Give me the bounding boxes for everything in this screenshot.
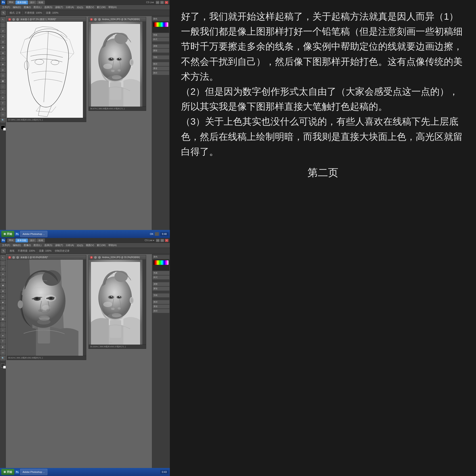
taskbar-ps-app-top[interactable]: Adobe Photoshop ... [20, 231, 47, 237]
minimize-btn-top[interactable]: — [156, 1, 159, 4]
tool-gradient[interactable]: ▦ [0, 78, 5, 83]
doc-max-sketch-top[interactable] [16, 18, 19, 21]
panel-styles[interactable]: 样式 [153, 37, 169, 42]
doc-min-painting-bottom[interactable] [12, 256, 15, 259]
panel-masks[interactable]: 蒙版 [153, 49, 169, 53]
close-btn-top[interactable]: ✕ [165, 1, 168, 4]
start-button-top[interactable]: ⊞ 开始 [1, 231, 14, 237]
panel-nav-b[interactable]: 导航 [153, 293, 170, 297]
tool-select[interactable]: ⬚ [0, 23, 5, 28]
tool-select-b[interactable]: ⬚ [0, 261, 5, 266]
menu-filter-top[interactable]: 滤镜(T) [54, 5, 64, 9]
doc-max-painting-bottom[interactable] [16, 256, 19, 259]
tab-basic-bottom[interactable]: 基本功能 [16, 238, 28, 242]
doc-min-sketch-top[interactable] [12, 18, 15, 21]
tool-shape-b[interactable]: ▭ [0, 350, 5, 355]
tool-blur[interactable]: ◌ [0, 84, 5, 89]
doc-max-ref-bottom[interactable] [98, 256, 101, 259]
menu-window-top[interactable]: 窗口(W) [96, 5, 107, 9]
fg-color-b[interactable] [1, 364, 5, 368]
tool-stamp[interactable]: ◈ [0, 62, 5, 67]
menu-3d-bottom[interactable]: 3D(D) [76, 244, 84, 247]
menu-view-top[interactable]: 视图(V) [85, 5, 95, 9]
menu-3d-top[interactable]: 3D(D) [76, 6, 84, 9]
tool-path-b[interactable]: ⬖ [0, 344, 5, 349]
tool-crop[interactable]: ⊡ [0, 39, 5, 44]
minimize-btn-bottom[interactable]: — [156, 239, 160, 242]
panel-styles-b[interactable]: 样式 [153, 275, 170, 280]
doc-max-ref-top[interactable] [98, 18, 101, 21]
tool-shape[interactable]: ▭ [0, 112, 5, 117]
tool-crop-b[interactable]: ⊡ [0, 277, 5, 282]
tool-type[interactable]: T [0, 101, 5, 106]
tab-design-top[interactable]: 设计 [28, 0, 36, 4]
menu-layer-top[interactable]: 图层(L) [33, 5, 42, 9]
start-button-bottom[interactable]: ⊞ 开始 [1, 469, 14, 475]
panel-adjust-b[interactable]: 调整 [153, 282, 170, 286]
tool-dodge-b[interactable]: ○ [0, 328, 5, 333]
tool-path[interactable]: ⬖ [0, 106, 5, 111]
doc-close-painting-bottom[interactable]: ✕ [8, 256, 11, 259]
tool-brush[interactable]: ✏ [0, 56, 5, 61]
menu-analyze-bottom[interactable]: 分析(A) [65, 243, 75, 247]
close-btn-bottom[interactable]: ✕ [165, 239, 169, 242]
menu-select-top[interactable]: 选择(S) [43, 5, 54, 9]
tool-wand[interactable]: ✦ [0, 34, 5, 39]
tool-gradient-b[interactable]: ▦ [0, 316, 5, 321]
panel-swatches-b[interactable]: 色板 [153, 271, 170, 275]
taskbar-ps-app-bottom[interactable]: Adobe Photoshop ... [20, 469, 47, 475]
tool-pen-b[interactable]: ✒ [0, 333, 5, 338]
tab-mne-top[interactable]: Mne [7, 0, 15, 4]
doc-close-ref-top[interactable]: ✕ [90, 18, 93, 21]
tool-eraser[interactable]: ◻ [0, 73, 5, 78]
menu-view-bottom[interactable]: 视图(V) [85, 243, 95, 247]
tab-paint-top[interactable]: 绘画 [37, 0, 45, 4]
tab-mne-bottom[interactable]: Mne [7, 238, 15, 242]
panel-nav[interactable]: 导航 [153, 55, 169, 59]
doc-close-sketch-top[interactable]: ✕ [8, 18, 11, 21]
menu-file-bottom[interactable]: 文件(F) [1, 243, 11, 247]
menu-select-bottom[interactable]: 选择(S) [43, 243, 54, 247]
tool-lasso-b[interactable]: ⌀ [0, 266, 5, 271]
menu-edit-bottom[interactable]: 编辑(E) [12, 243, 22, 247]
tool-heal[interactable]: ⊕ [0, 51, 5, 55]
panel-masks-b[interactable]: 蒙版 [153, 287, 170, 291]
menu-file-top[interactable]: 文件(F) [1, 5, 11, 9]
brush-tool-icon[interactable]: ✎ [1, 11, 6, 15]
fg-color[interactable] [1, 126, 5, 130]
menu-image-top[interactable]: 图像(I) [23, 5, 32, 9]
menu-window-bottom[interactable]: 窗口(W) [96, 243, 107, 247]
tool-history-b[interactable]: ◎ [0, 305, 5, 310]
tool-wand-b[interactable]: ✦ [0, 272, 5, 277]
menu-analyze-top[interactable]: 分析(A) [65, 5, 75, 9]
panel-layers[interactable]: 图层 [153, 62, 169, 66]
menu-help-bottom[interactable]: 帮助(H) [107, 243, 118, 247]
doc-min-ref-top[interactable] [94, 18, 97, 21]
menu-help-top[interactable]: 帮助(H) [107, 5, 118, 9]
tool-eyedropper[interactable]: ✚ [0, 45, 5, 50]
panel-channels[interactable]: 通道 [153, 67, 169, 71]
tool-lasso[interactable]: ⌀ [0, 28, 5, 33]
tool-eyedropper-b[interactable]: ✚ [0, 283, 5, 288]
tool-brush-b[interactable]: ✏ [0, 294, 5, 299]
panel-adjust[interactable]: 调整 [153, 44, 169, 48]
panel-paths-b[interactable]: 路径 [153, 309, 170, 313]
menu-edit-top[interactable]: 编辑(E) [12, 5, 22, 9]
tab-paint-bottom[interactable]: 绘画 [37, 238, 45, 242]
tool-zoom-b[interactable]: 🔍 [0, 356, 5, 360]
tool-move[interactable]: ↖ [0, 17, 5, 22]
restore-btn-bottom[interactable]: □ [160, 239, 164, 242]
panel-paths[interactable]: 路径 [153, 71, 169, 75]
panel-channels-b[interactable]: 通道 [153, 305, 170, 309]
tool-stamp-b[interactable]: ◈ [0, 300, 5, 305]
panel-swatches[interactable]: 色板 [153, 33, 169, 37]
tool-move-b[interactable]: ↖ [0, 255, 5, 260]
menu-layer-bottom[interactable]: 图层(L) [33, 243, 42, 247]
panel-color-b[interactable]: 颜色 [153, 255, 170, 259]
tab-basic-top[interactable]: 基本功能 [16, 0, 28, 4]
tool-history[interactable]: ◎ [0, 67, 5, 72]
tool-type-b[interactable]: T [0, 339, 5, 344]
tab-design-bottom[interactable]: 设计 [28, 238, 36, 242]
tool-eraser-b[interactable]: ◻ [0, 311, 5, 316]
doc-close-ref-bottom[interactable]: ✕ [90, 256, 93, 259]
